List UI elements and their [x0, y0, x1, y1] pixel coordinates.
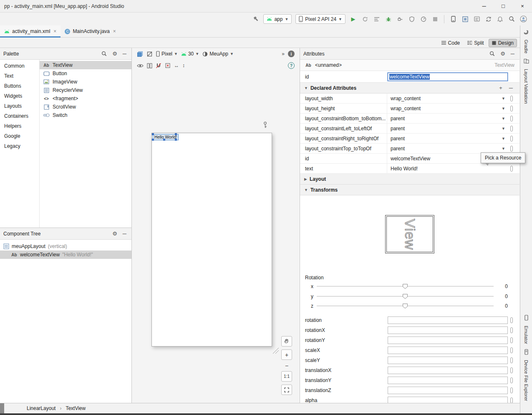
zoom-to-fit-button[interactable]	[281, 385, 292, 395]
palette-item-switch[interactable]: Switch	[40, 111, 131, 119]
search-icon[interactable]	[101, 51, 107, 56]
coverage-button[interactable]	[406, 14, 417, 24]
rotation-x-input[interactable]	[388, 326, 508, 334]
pick-resource-button[interactable]	[510, 116, 513, 121]
pick-resource-button[interactable]	[510, 146, 513, 152]
zoom-out-button[interactable]: −	[281, 363, 292, 368]
close-button[interactable]: ×	[513, 0, 532, 12]
dropdown-arrow-icon[interactable]: ▼	[502, 127, 505, 131]
debug-button[interactable]	[383, 14, 393, 24]
view-options-eye-icon[interactable]	[137, 63, 144, 68]
tool-window-layout-validation[interactable]: Layout Validation	[524, 69, 529, 104]
tree-row-root[interactable]: meuAppLayout (vertical)	[0, 242, 131, 251]
attribute-value[interactable]: parent	[387, 124, 519, 133]
tool-window-device-file-explorer[interactable]: Device File Explorer	[524, 360, 529, 401]
slider-thumb[interactable]	[402, 283, 408, 289]
pick-resource-button[interactable]	[510, 136, 513, 142]
dropdown-arrow-icon[interactable]: ▼	[502, 147, 505, 151]
pick-resource-button[interactable]	[510, 397, 513, 403]
selection-handle[interactable]	[175, 133, 177, 135]
attribute-value[interactable]: parent	[387, 134, 519, 143]
rotation-y-slider[interactable]	[317, 296, 494, 297]
scale-y-input[interactable]	[388, 357, 508, 364]
id-input[interactable]: welcomeTextView	[388, 73, 508, 81]
pick-resource-button[interactable]	[510, 367, 513, 373]
hide-panel-icon[interactable]: ─	[123, 51, 126, 56]
palette-item-imageview[interactable]: ImageView	[40, 78, 131, 86]
tree-row-welcometextview[interactable]: Ab welcomeTextView "Hello World!"	[0, 251, 131, 259]
palette-item-textview[interactable]: Ab TextView	[40, 61, 131, 69]
apply-changes-button[interactable]	[360, 14, 370, 24]
attribute-value[interactable]: parent	[387, 144, 519, 153]
palette-item-scrollview[interactable]: ScrollView	[40, 103, 131, 111]
device-canvas[interactable]: Hello World!	[151, 133, 272, 347]
pick-resource-button[interactable]	[510, 377, 513, 383]
pick-resource-button[interactable]	[510, 126, 513, 132]
selection-handle[interactable]	[152, 133, 154, 135]
attribute-value[interactable]: wrap_content	[387, 94, 519, 103]
design-mode-button[interactable]: Design	[489, 39, 517, 47]
palette-category-helpers[interactable]: Helpers	[0, 121, 39, 131]
scale-x-input[interactable]	[388, 347, 508, 354]
blueprint-toggle-icon[interactable]	[147, 63, 152, 68]
maximize-button[interactable]: □	[494, 0, 513, 12]
design-surface-select-icon[interactable]	[137, 51, 143, 57]
rotation-input[interactable]	[388, 316, 508, 324]
dropdown-arrow-icon[interactable]: ▼	[502, 106, 505, 111]
translation-y-input[interactable]	[388, 377, 508, 384]
palette-category-containers[interactable]: Containers	[0, 111, 39, 121]
layout-inspector-button[interactable]	[460, 14, 470, 24]
zoom-actual-button[interactable]: 1:1	[281, 371, 292, 382]
selection-handle[interactable]	[152, 139, 154, 141]
device-for-preview-select[interactable]: Pixel ▼	[156, 51, 178, 57]
help-icon[interactable]: ?	[288, 62, 295, 69]
dropdown-arrow-icon[interactable]: ▼	[502, 96, 505, 101]
breadcrumb-textview[interactable]: TextView	[66, 405, 86, 411]
clear-constraints-icon[interactable]	[165, 63, 171, 68]
notifications-button[interactable]	[495, 14, 505, 24]
palette-category-widgets[interactable]: Widgets	[0, 91, 39, 101]
pick-resource-button[interactable]	[510, 317, 513, 323]
breadcrumb-linearlayout[interactable]: LinearLayout	[27, 405, 55, 411]
slider-thumb[interactable]	[402, 294, 408, 299]
palette-item-recyclerview[interactable]: RecyclerView	[40, 86, 131, 94]
stop-button[interactable]	[430, 14, 440, 24]
selection-handle[interactable]	[175, 139, 177, 141]
tool-window-emulator[interactable]: Emulator	[524, 326, 529, 344]
pan-button[interactable]	[281, 336, 292, 347]
build-hammer-button[interactable]	[250, 14, 261, 24]
horizontal-arrow-icon[interactable]: ↔	[174, 63, 179, 68]
transforms-section-header[interactable]: ▼ Transforms	[300, 185, 519, 195]
translation-x-input[interactable]	[388, 367, 508, 374]
avatar-icon[interactable]	[518, 14, 529, 24]
gear-icon[interactable]: ⚙	[500, 51, 505, 56]
hide-panel-icon[interactable]: ─	[511, 51, 514, 56]
tab-mainactivity-java[interactable]: C MainActivity.java ×	[61, 25, 120, 37]
gear-icon[interactable]: ⚙	[112, 51, 117, 56]
attribute-value[interactable]: parent	[387, 114, 519, 123]
autoconnect-off-magnet-icon[interactable]	[156, 63, 161, 68]
pick-resource-button[interactable]	[510, 347, 513, 353]
profile-app-button[interactable]	[371, 14, 382, 24]
pick-resource-button[interactable]	[510, 106, 513, 111]
palette-item-fragment[interactable]: <> <fragment>	[40, 94, 131, 103]
palette-category-buttons[interactable]: Buttons	[0, 81, 39, 91]
pick-resource-button[interactable]	[510, 96, 513, 101]
dropdown-arrow-icon[interactable]: ▼	[502, 137, 505, 141]
vertical-arrow-icon[interactable]: ↕	[182, 63, 185, 68]
rotation-z-slider[interactable]	[317, 306, 494, 306]
dropdown-arrow-icon[interactable]: ▼	[502, 116, 505, 121]
hide-panel-icon[interactable]: ─	[123, 231, 126, 236]
close-tab-icon[interactable]: ×	[53, 28, 56, 34]
zoom-in-button[interactable]: +	[281, 349, 292, 360]
rotation-y-input[interactable]	[388, 337, 508, 344]
run-button[interactable]: ▶	[348, 14, 358, 24]
logcat-button[interactable]	[471, 14, 482, 24]
sync-project-button[interactable]	[483, 14, 494, 24]
pick-resource-button[interactable]	[510, 387, 513, 393]
declared-attributes-section-header[interactable]: ▼ Declared Attributes + ─	[300, 83, 519, 94]
orientation-icon[interactable]	[146, 51, 153, 57]
attribute-value[interactable]: wrap_content	[387, 104, 519, 113]
pick-resource-button[interactable]	[510, 327, 513, 333]
tab-activity-main-xml[interactable]: activity_main.xml ×	[0, 25, 61, 37]
